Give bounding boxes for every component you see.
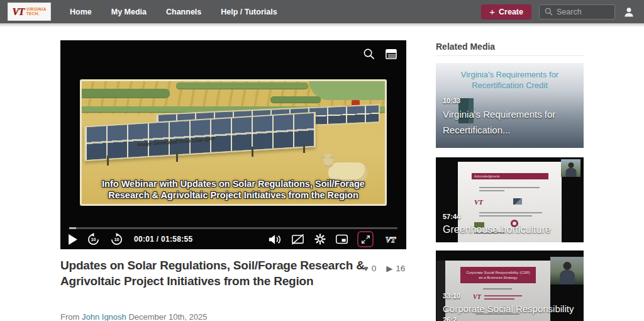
likes-stat[interactable]: ♥ 0 [364, 264, 376, 273]
from-label: From [60, 312, 79, 321]
author-link[interactable]: John Ignosh [82, 312, 126, 321]
related2-title: Greenhouse horticulture [443, 222, 579, 237]
panel-leg [252, 147, 253, 157]
publish-date: December 10th, 2025 [128, 312, 207, 321]
related-item-greenhouse[interactable]: Acknowledgments VT 57:44 Greenhouse hort… [436, 157, 584, 242]
hill-illustration [309, 81, 385, 100]
svg-text:10: 10 [91, 237, 96, 242]
related1-slide-title: Virginia's Requirements for Recertificat… [442, 69, 577, 91]
related-item-csr[interactable]: Corporate Social Responsibility (CSR) as… [436, 251, 584, 321]
svg-text:VT: VT [386, 235, 397, 244]
settings-gear-icon[interactable] [314, 233, 326, 245]
related3-title: Corporate Social Responsibility (CSR) [443, 301, 579, 321]
create-button-label: Create [499, 8, 523, 16]
player-controls: 10 10 00:01 / 01:58:55 [60, 229, 406, 249]
related2-slide-header: Acknowledgments [472, 173, 548, 179]
volume-button[interactable] [268, 234, 282, 245]
search-icon [545, 8, 553, 16]
views-stat: ▶ 16 [386, 264, 405, 273]
player-search-icon[interactable] [363, 48, 375, 60]
caption-line2: Research & Agrivoltaic Project Initiativ… [86, 189, 381, 201]
plus-icon: + [489, 8, 495, 16]
related-media-heading: Related Media [436, 42, 495, 52]
related3-slide-title: Corporate Social Responsibility (CSR) as… [460, 267, 536, 283]
nav-item-home[interactable]: Home [70, 8, 92, 16]
nav-item-my-media[interactable]: My Media [111, 8, 147, 16]
svg-text:10: 10 [114, 237, 119, 242]
related1-duration: 10:33 [443, 97, 460, 104]
video-player[interactable]: Image Generated from Chat GPT Info Webin… [60, 40, 406, 249]
video-byline: From John Ignosh December 10th, 2025 [60, 312, 207, 321]
heart-icon: ♥ [364, 264, 369, 273]
hedgerow [270, 96, 321, 103]
related-item-recertification[interactable]: Virginia's Requirements for Recertificat… [436, 63, 584, 148]
vt-monogram-icon: VT [12, 6, 23, 18]
panel-leg [107, 155, 109, 166]
related3-partial-text: 26:2 [443, 316, 457, 321]
time-display: 00:01 / 01:58:55 [134, 235, 193, 244]
solar-array-front [84, 112, 316, 162]
video-title: Updates on Solar Regulations, Soil/Forag… [60, 257, 369, 289]
create-button[interactable]: + Create [481, 4, 531, 20]
related1-title: Virginia's Requirements for Recertificat… [443, 106, 579, 138]
hedgerow [176, 82, 308, 89]
video-thumbnail[interactable]: Image Generated from Chat GPT Info Webin… [80, 79, 387, 206]
thumbnail-caption: Info Webinar with Updates on Solar Regul… [86, 178, 381, 201]
video-stats: ♥ 0 ▶ 16 [364, 264, 405, 273]
mediaspace-page: VT VIRGINIA TECH. Home My Media Channels… [0, 0, 644, 321]
search-box[interactable] [539, 4, 615, 20]
play-button[interactable] [68, 234, 77, 245]
vce-mini-logo [513, 198, 522, 205]
hedgerow [80, 89, 170, 98]
top-navigation-bar: VT VIRGINIA TECH. Home My Media Channels… [0, 0, 644, 23]
player-navigation-panel-icon[interactable] [385, 48, 397, 60]
main-nav: Home My Media Channels Help / Tutorials [70, 8, 277, 16]
captions-off-button[interactable] [291, 233, 305, 245]
player-topbar [363, 48, 397, 60]
likes-count: 0 [372, 264, 377, 273]
play-count-icon: ▶ [386, 264, 392, 273]
caption-line1: Info Webinar with Updates on Solar Regul… [86, 178, 381, 189]
nav-item-help-tutorials[interactable]: Help / Tutorials [221, 8, 277, 16]
virginia-tech-logo[interactable]: VT VIRGINIA TECH. [8, 3, 51, 21]
vt-mini-logo: VT [473, 293, 481, 300]
fullscreen-button[interactable] [357, 231, 374, 247]
related2-webcam [561, 159, 580, 177]
search-input[interactable] [557, 8, 607, 16]
views-count: 16 [396, 264, 405, 273]
picture-in-picture-button[interactable] [335, 234, 348, 245]
related-divider [436, 55, 584, 56]
header-right-cluster: + Create [481, 4, 635, 20]
header-shadow [0, 23, 644, 27]
forward-10-button[interactable]: 10 [109, 232, 124, 247]
panel-leg [303, 143, 305, 153]
related2-duration: 57:44 [443, 213, 460, 220]
logo-line2: TECH. [26, 12, 47, 16]
panel-leg [176, 152, 178, 162]
user-account-icon[interactable] [623, 6, 635, 18]
rewind-10-button[interactable]: 10 [86, 232, 101, 247]
vt-player-watermark-icon: VT [382, 234, 399, 245]
related3-duration: 33:10 [443, 292, 460, 300]
nav-item-channels[interactable]: Channels [166, 8, 201, 16]
vt-mini-logo: VT [474, 198, 483, 206]
logo-wordmark: VIRGINIA TECH. [26, 8, 47, 16]
related3-webcam [550, 257, 584, 284]
